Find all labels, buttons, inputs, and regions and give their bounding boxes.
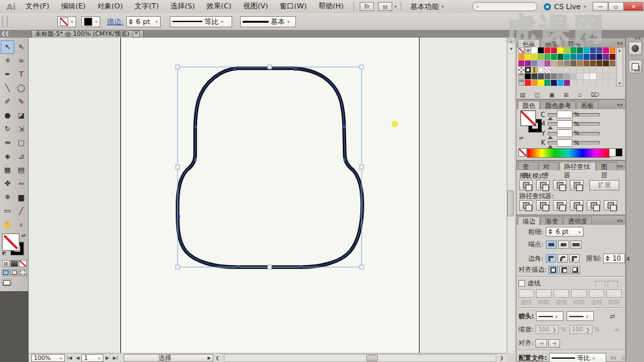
swatch-1-13[interactable]	[603, 54, 609, 60]
gradient-mode-button[interactable]	[10, 260, 18, 267]
menu-item-1[interactable]: 编辑(E)	[55, 0, 92, 13]
draw-normal-button[interactable]	[2, 269, 10, 276]
bbox-handle[interactable]	[268, 65, 272, 69]
swatch-3-1[interactable]	[525, 67, 531, 73]
document-tab[interactable]: 未标题-5* @ 100% (CMYK/预览) ✕	[31, 30, 144, 38]
dash-field-4[interactable]	[589, 289, 604, 298]
swatch-5-2[interactable]	[531, 80, 537, 86]
anchor-point[interactable]	[178, 215, 180, 218]
stepper-icon[interactable]	[129, 19, 133, 25]
lasso-tool[interactable]: ∞	[14, 54, 28, 68]
tab-transparency[interactable]: 透明度	[563, 216, 592, 225]
swatch-4-10[interactable]	[584, 73, 589, 79]
dash-field-2[interactable]	[554, 289, 569, 298]
bbox-handle[interactable]	[360, 265, 364, 269]
brush-definition-combo[interactable]: 基本 ∨	[240, 16, 296, 27]
horizontal-scroll-thumb[interactable]	[366, 355, 378, 361]
slider-thumb[interactable]	[548, 142, 553, 148]
free-transform-tool[interactable]: ▢	[14, 136, 28, 149]
hand-tool[interactable]: ✋	[1, 218, 14, 231]
close-document-icon[interactable]: ✕	[133, 31, 140, 38]
dash-field-3[interactable]	[571, 289, 587, 298]
mesh-tool[interactable]: ▦	[1, 163, 14, 177]
panel-menu-icon[interactable]: ▾≡	[617, 41, 625, 46]
draw-behind-button[interactable]	[10, 269, 18, 276]
swatch-2-7[interactable]	[564, 60, 570, 66]
swatch-0-6[interactable]	[557, 47, 563, 53]
anchor-point[interactable]	[194, 159, 196, 161]
swatch-0-13[interactable]	[603, 47, 609, 53]
tab-gradient[interactable]: 渐变	[541, 216, 563, 225]
swatch-1-1[interactable]	[525, 54, 531, 60]
anchor-point[interactable]	[360, 215, 362, 218]
swatch-kinds-icon[interactable]: ◫	[535, 92, 541, 98]
exclude-icon[interactable]	[570, 180, 584, 190]
fill-color-combo[interactable]: ∨	[57, 16, 76, 27]
close-button[interactable]: ✕	[624, 2, 643, 11]
align-dash-icon[interactable]	[608, 281, 618, 287]
swatch-4-0[interactable]	[518, 73, 524, 79]
swap-arrowheads-icon[interactable]: ⇄	[610, 313, 615, 320]
stepper-icon[interactable]	[606, 255, 610, 261]
spectrum-none-swatch[interactable]	[518, 148, 527, 157]
symbol-sprayer-tool[interactable]: ✵	[1, 190, 14, 204]
new-color-group-icon[interactable]: ⊞	[564, 92, 569, 98]
perspective-grid-tool[interactable]: ⊿	[14, 149, 28, 163]
align-center-button[interactable]	[548, 266, 558, 274]
selection-bounding-box[interactable]	[178, 67, 362, 267]
type-tool[interactable]: T	[14, 68, 28, 81]
shape-builder-tool[interactable]: ◈	[1, 149, 14, 163]
rotate-tool[interactable]: ↻	[1, 122, 14, 136]
cs-live-button[interactable]: CS Live ▾	[537, 3, 593, 11]
hscroll-left-icon[interactable]: ❮	[213, 356, 221, 361]
collapse-panel-icon[interactable]: ❮❮	[1, 31, 8, 36]
intersect-icon[interactable]	[553, 180, 567, 190]
swatch-0-9[interactable]	[577, 47, 583, 53]
zoom-tool[interactable]: ⌕	[14, 218, 28, 231]
swatch-0-0[interactable]	[518, 47, 524, 53]
swatch-4-1[interactable]	[525, 73, 531, 79]
panel-grip[interactable]	[2, 16, 8, 27]
horizontal-scrollbar[interactable]	[224, 354, 496, 362]
swatch-2-9[interactable]	[577, 60, 583, 66]
canvas[interactable]	[29, 38, 507, 353]
swatch-4-6[interactable]	[557, 73, 563, 79]
tab-color[interactable]: 颜色	[518, 101, 540, 109]
swatch-5-0[interactable]	[518, 80, 524, 86]
swatches-scrollbar[interactable]: ▲ ▼	[616, 47, 623, 86]
swap-colors-icon[interactable]: ⇄	[519, 135, 524, 141]
color-mode-button[interactable]	[2, 260, 10, 267]
fill-color-chip[interactable]	[3, 234, 19, 250]
bbox-handle[interactable]	[268, 265, 272, 269]
maximize-button[interactable]: ▭	[608, 2, 624, 11]
minimize-button[interactable]: —	[593, 2, 608, 11]
width-profile-combo[interactable]: 等比 ∨	[170, 16, 232, 27]
anchor-point[interactable]	[343, 125, 345, 128]
dash-field-0[interactable]	[518, 289, 534, 298]
swatch-2-8[interactable]	[570, 60, 576, 66]
swap-fill-stroke-icon[interactable]: ⇄	[21, 233, 26, 239]
dash-field-5[interactable]	[606, 289, 622, 298]
slider-thumb[interactable]	[548, 133, 553, 139]
artboard-number-combo[interactable]: 1 ∨	[81, 354, 103, 362]
swatch-libraries-icon[interactable]: ▤	[520, 92, 526, 98]
menu-item-3[interactable]: 文字(T)	[129, 0, 165, 13]
hscroll-right-icon[interactable]: ❯	[498, 356, 505, 361]
swatch-4-5[interactable]	[551, 73, 557, 79]
swatch-4-11[interactable]	[590, 73, 596, 79]
swatch-5-1[interactable]	[525, 80, 531, 86]
round-cap-button[interactable]	[558, 240, 569, 249]
swatch-1-2[interactable]	[531, 54, 537, 60]
last-artboard-button[interactable]: ▶|	[111, 356, 120, 361]
appearance-icon[interactable]	[628, 42, 642, 55]
expand-button[interactable]: 扩展	[589, 180, 619, 190]
swatch-5-5[interactable]	[551, 80, 557, 86]
swatch-1-14[interactable]	[610, 54, 615, 60]
unite-icon[interactable]	[519, 180, 533, 190]
stroke-color-combo[interactable]: ∨	[81, 16, 100, 27]
align-outside-button[interactable]	[570, 266, 580, 274]
eraser-tool[interactable]: ◪	[14, 109, 28, 122]
swatch-5-4[interactable]	[544, 80, 550, 86]
anchor-point[interactable]	[234, 68, 236, 71]
ellipse-tool[interactable]: ◯	[14, 81, 28, 95]
